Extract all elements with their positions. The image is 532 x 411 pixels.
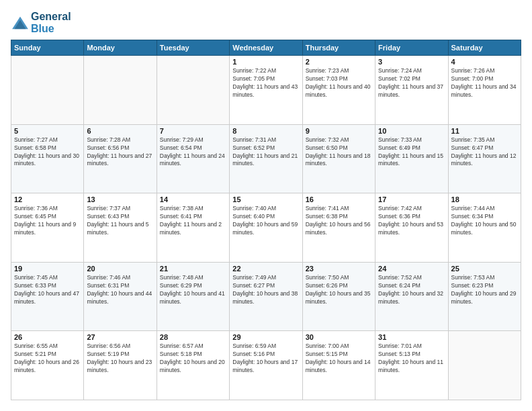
day-number: 17: [378, 195, 445, 203]
week-row-4: 26Sunrise: 6:55 AMSunset: 5:21 PMDayligh…: [11, 331, 521, 400]
calendar-cell: 10Sunrise: 7:33 AMSunset: 6:49 PMDayligh…: [375, 124, 448, 193]
day-number: 16: [306, 195, 372, 203]
day-number: 31: [378, 333, 445, 341]
day-number: 20: [87, 265, 153, 273]
day-number: 10: [378, 127, 445, 135]
page: General Blue SundayMondayTuesdayWednesda…: [0, 0, 532, 411]
calendar-cell: 3Sunrise: 7:24 AMSunset: 7:02 PMDaylight…: [375, 56, 448, 125]
calendar-cell: 28Sunrise: 6:57 AMSunset: 5:18 PMDayligh…: [157, 331, 229, 400]
calendar-cell: 6Sunrise: 7:28 AMSunset: 6:56 PMDaylight…: [84, 124, 157, 193]
day-info: Sunrise: 7:42 AMSunset: 6:36 PMDaylight:…: [378, 205, 445, 237]
day-number: 18: [451, 195, 518, 203]
calendar-cell: 16Sunrise: 7:41 AMSunset: 6:38 PMDayligh…: [302, 193, 375, 263]
calendar-cell: 21Sunrise: 7:48 AMSunset: 6:29 PMDayligh…: [157, 262, 229, 331]
day-number: 2: [306, 58, 372, 66]
calendar-cell: 24Sunrise: 7:52 AMSunset: 6:24 PMDayligh…: [375, 262, 448, 331]
day-number: 22: [232, 265, 299, 273]
calendar-cell: [11, 56, 84, 125]
day-info: Sunrise: 7:46 AMSunset: 6:31 PMDaylight:…: [87, 274, 153, 306]
day-info: Sunrise: 7:41 AMSunset: 6:38 PMDaylight:…: [306, 205, 372, 237]
week-row-3: 19Sunrise: 7:45 AMSunset: 6:33 PMDayligh…: [11, 262, 521, 331]
day-info: Sunrise: 7:01 AMSunset: 5:13 PMDaylight:…: [378, 342, 445, 375]
calendar-cell: 7Sunrise: 7:29 AMSunset: 6:54 PMDaylight…: [157, 124, 229, 193]
calendar-cell: 9Sunrise: 7:32 AMSunset: 6:50 PMDaylight…: [302, 124, 375, 193]
day-info: Sunrise: 7:00 AMSunset: 5:15 PMDaylight:…: [306, 342, 372, 375]
day-info: Sunrise: 7:53 AMSunset: 6:23 PMDaylight:…: [451, 274, 518, 306]
weekday-header-friday: Friday: [375, 40, 448, 56]
logo-text: General Blue: [31, 11, 71, 34]
calendar-cell: 2Sunrise: 7:23 AMSunset: 7:03 PMDaylight…: [302, 56, 375, 125]
week-row-0: 1Sunrise: 7:22 AMSunset: 7:05 PMDaylight…: [11, 56, 521, 125]
calendar-cell: 1Sunrise: 7:22 AMSunset: 7:05 PMDaylight…: [230, 56, 302, 125]
day-number: 23: [306, 265, 372, 273]
calendar-cell: 31Sunrise: 7:01 AMSunset: 5:13 PMDayligh…: [375, 331, 448, 400]
calendar-cell: 4Sunrise: 7:26 AMSunset: 7:00 PMDaylight…: [448, 56, 521, 125]
weekday-header-sunday: Sunday: [11, 40, 84, 56]
day-info: Sunrise: 7:33 AMSunset: 6:49 PMDaylight:…: [378, 136, 445, 169]
day-info: Sunrise: 7:22 AMSunset: 7:05 PMDaylight:…: [232, 67, 299, 99]
day-number: 11: [451, 127, 518, 135]
day-info: Sunrise: 7:37 AMSunset: 6:43 PMDaylight:…: [87, 205, 153, 237]
day-info: Sunrise: 7:45 AMSunset: 6:33 PMDaylight:…: [14, 274, 81, 306]
day-number: 14: [160, 195, 226, 203]
day-info: Sunrise: 6:56 AMSunset: 5:19 PMDaylight:…: [87, 342, 153, 375]
calendar-cell: 19Sunrise: 7:45 AMSunset: 6:33 PMDayligh…: [11, 262, 84, 331]
day-number: 27: [87, 333, 153, 341]
weekday-header-saturday: Saturday: [448, 40, 521, 56]
day-info: Sunrise: 7:32 AMSunset: 6:50 PMDaylight:…: [306, 136, 372, 169]
day-number: 24: [378, 265, 445, 273]
day-info: Sunrise: 7:49 AMSunset: 6:27 PMDaylight:…: [232, 274, 299, 306]
calendar-cell: 5Sunrise: 7:27 AMSunset: 6:58 PMDaylight…: [11, 124, 84, 193]
logo-icon: [11, 15, 30, 30]
day-info: Sunrise: 7:23 AMSunset: 7:03 PMDaylight:…: [306, 67, 372, 99]
day-number: 21: [160, 265, 226, 273]
day-info: Sunrise: 7:29 AMSunset: 6:54 PMDaylight:…: [160, 136, 226, 169]
logo: General Blue: [11, 11, 71, 34]
day-number: 9: [306, 127, 372, 135]
calendar-cell: 13Sunrise: 7:37 AMSunset: 6:43 PMDayligh…: [84, 193, 157, 263]
day-number: 1: [232, 58, 299, 66]
day-number: 19: [14, 265, 81, 273]
day-info: Sunrise: 7:26 AMSunset: 7:00 PMDaylight:…: [451, 67, 518, 99]
day-info: Sunrise: 7:50 AMSunset: 6:26 PMDaylight:…: [306, 274, 372, 306]
weekday-header-monday: Monday: [84, 40, 157, 56]
calendar-cell: [84, 56, 157, 125]
day-info: Sunrise: 7:24 AMSunset: 7:02 PMDaylight:…: [378, 67, 445, 99]
day-number: 30: [306, 333, 372, 341]
calendar-cell: 8Sunrise: 7:31 AMSunset: 6:52 PMDaylight…: [230, 124, 302, 193]
calendar-cell: 14Sunrise: 7:38 AMSunset: 6:41 PMDayligh…: [157, 193, 229, 263]
day-number: 4: [451, 58, 518, 66]
day-info: Sunrise: 7:31 AMSunset: 6:52 PMDaylight:…: [232, 136, 299, 169]
day-number: 28: [160, 333, 226, 341]
calendar-cell: 27Sunrise: 6:56 AMSunset: 5:19 PMDayligh…: [84, 331, 157, 400]
day-info: Sunrise: 7:38 AMSunset: 6:41 PMDaylight:…: [160, 205, 226, 237]
day-number: 8: [232, 127, 299, 135]
day-info: Sunrise: 7:52 AMSunset: 6:24 PMDaylight:…: [378, 274, 445, 306]
calendar-cell: 22Sunrise: 7:49 AMSunset: 6:27 PMDayligh…: [230, 262, 302, 331]
calendar-cell: 15Sunrise: 7:40 AMSunset: 6:40 PMDayligh…: [230, 193, 302, 263]
calendar-cell: [157, 56, 229, 125]
day-number: 7: [160, 127, 226, 135]
weekday-header-row: SundayMondayTuesdayWednesdayThursdayFrid…: [11, 40, 521, 56]
calendar-cell: 12Sunrise: 7:36 AMSunset: 6:45 PMDayligh…: [11, 193, 84, 263]
calendar-table: SundayMondayTuesdayWednesdayThursdayFrid…: [11, 40, 521, 400]
day-info: Sunrise: 7:44 AMSunset: 6:34 PMDaylight:…: [451, 205, 518, 237]
weekday-header-tuesday: Tuesday: [157, 40, 229, 56]
day-info: Sunrise: 7:27 AMSunset: 6:58 PMDaylight:…: [14, 136, 81, 169]
week-row-1: 5Sunrise: 7:27 AMSunset: 6:58 PMDaylight…: [11, 124, 521, 193]
weekday-header-thursday: Thursday: [302, 40, 375, 56]
day-number: 13: [87, 195, 153, 203]
calendar-cell: 17Sunrise: 7:42 AMSunset: 6:36 PMDayligh…: [375, 193, 448, 263]
day-info: Sunrise: 6:55 AMSunset: 5:21 PMDaylight:…: [14, 342, 81, 375]
calendar-cell: 30Sunrise: 7:00 AMSunset: 5:15 PMDayligh…: [302, 331, 375, 400]
day-info: Sunrise: 6:59 AMSunset: 5:16 PMDaylight:…: [232, 342, 299, 375]
day-number: 6: [87, 127, 153, 135]
header: General Blue: [11, 11, 521, 34]
day-number: 12: [14, 195, 81, 203]
day-number: 25: [451, 265, 518, 273]
day-number: 15: [232, 195, 299, 203]
day-number: 3: [378, 58, 445, 66]
day-info: Sunrise: 6:57 AMSunset: 5:18 PMDaylight:…: [160, 342, 226, 375]
calendar-cell: 23Sunrise: 7:50 AMSunset: 6:26 PMDayligh…: [302, 262, 375, 331]
calendar-cell: 11Sunrise: 7:35 AMSunset: 6:47 PMDayligh…: [448, 124, 521, 193]
